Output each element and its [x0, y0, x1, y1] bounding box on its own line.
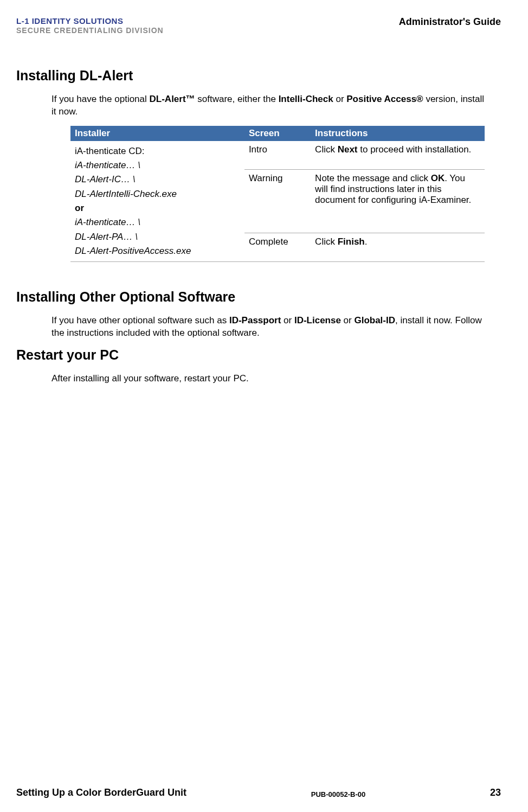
- text: software, either the: [195, 94, 279, 104]
- text-bold: DL-Alert™: [150, 94, 195, 104]
- installer-line: DL-Alert-PositiveAccess.exe: [75, 244, 240, 258]
- text: or: [281, 315, 294, 325]
- text-bold: Next: [338, 144, 358, 155]
- installer-line: iA-thenticate… \: [75, 215, 240, 229]
- footer-page-number: 23: [490, 787, 501, 798]
- th-screen: Screen: [244, 126, 311, 141]
- logo-line2: SECURE CREDENTIALING DIVISION: [16, 26, 164, 35]
- text: or: [341, 315, 355, 325]
- text-bold: Global-ID: [354, 315, 395, 325]
- installer-cell: iA-thenticate CD: iA-thenticate… \ DL-Al…: [70, 141, 244, 262]
- installer-line: DL-Alert-IC… \: [75, 172, 240, 187]
- logo-block: L-1 IDENTITY SOLUTIONS SECURE CREDENTIAL…: [16, 16, 164, 35]
- install-table-wrap: Installer Screen Instructions iA-thentic…: [70, 126, 485, 263]
- table-header-row: Installer Screen Instructions: [70, 126, 485, 141]
- screen-cell: Warning: [244, 169, 311, 233]
- table-row: iA-thenticate CD: iA-thenticate… \ DL-Al…: [70, 141, 485, 169]
- page-header: L-1 IDENTITY SOLUTIONS SECURE CREDENTIAL…: [16, 16, 501, 35]
- installer-line: iA-thenticate CD:: [75, 144, 240, 158]
- instructions-cell: Click Next to proceed with installation.: [311, 141, 485, 169]
- installer-line: DL-Alert-PA… \: [75, 230, 240, 244]
- text: Click: [315, 236, 338, 247]
- dl-alert-intro-block: If you have the optional DL-Alert™ softw…: [51, 93, 490, 118]
- th-installer: Installer: [70, 126, 244, 141]
- screen-cell: Intro: [244, 141, 311, 169]
- text-bold: OK: [431, 173, 445, 183]
- logo-line1: L-1 IDENTITY SOLUTIONS: [16, 16, 164, 26]
- restart-body: After installing all your software, rest…: [51, 373, 490, 385]
- text: Note the message and click: [315, 173, 431, 183]
- page-footer: Setting Up a Color BorderGuard Unit PUB-…: [16, 787, 501, 798]
- instructions-cell: Click Finish.: [311, 233, 485, 262]
- dl-alert-intro: If you have the optional DL-Alert™ softw…: [51, 93, 490, 118]
- footer-center: PUB-00052-B-00: [311, 790, 365, 798]
- text: If you have other optional software such…: [51, 315, 229, 325]
- installer-line: or: [75, 201, 240, 215]
- text-bold: ID-License: [294, 315, 341, 325]
- text: or: [333, 94, 347, 104]
- install-table: Installer Screen Instructions iA-thentic…: [70, 126, 485, 263]
- text-bold: Finish: [338, 236, 365, 247]
- other-software-block: If you have other optional software such…: [51, 315, 490, 340]
- instructions-cell: Note the message and click OK. You will …: [311, 169, 485, 233]
- heading-restart: Restart your PC: [16, 347, 501, 363]
- th-instructions: Instructions: [311, 126, 485, 141]
- text: to proceed with installation.: [358, 144, 472, 155]
- installer-line: iA-thenticate… \: [75, 158, 240, 172]
- text-bold: Positive Access®: [346, 94, 423, 104]
- heading-dl-alert: Installing DL-Alert: [16, 68, 501, 84]
- text: .: [365, 236, 368, 247]
- text: If you have the optional: [51, 94, 150, 104]
- installer-line: DL-AlertIntelli-Check.exe: [75, 187, 240, 201]
- text: Click: [315, 144, 338, 155]
- text-bold: Intelli-Check: [279, 94, 333, 104]
- text-bold: ID-Passport: [229, 315, 281, 325]
- footer-left: Setting Up a Color BorderGuard Unit: [16, 787, 186, 798]
- other-software-intro: If you have other optional software such…: [51, 315, 490, 340]
- restart-block: After installing all your software, rest…: [51, 373, 490, 385]
- heading-other-software: Installing Other Optional Software: [16, 289, 501, 305]
- screen-cell: Complete: [244, 233, 311, 262]
- doc-title: Administrator's Guide: [399, 16, 501, 28]
